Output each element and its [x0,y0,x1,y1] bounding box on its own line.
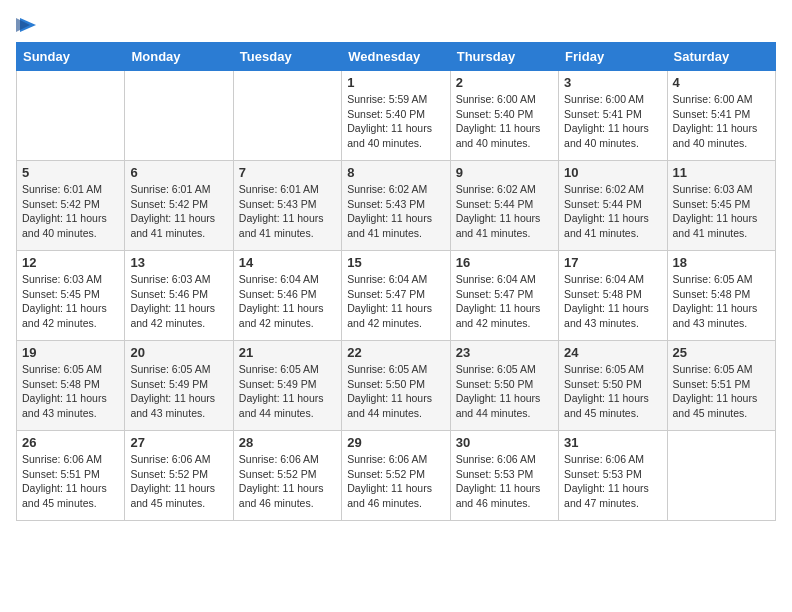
calendar-cell: 15Sunrise: 6:04 AMSunset: 5:47 PMDayligh… [342,251,450,341]
calendar-cell: 27Sunrise: 6:06 AMSunset: 5:52 PMDayligh… [125,431,233,521]
calendar-cell: 1Sunrise: 5:59 AMSunset: 5:40 PMDaylight… [342,71,450,161]
calendar-cell: 25Sunrise: 6:05 AMSunset: 5:51 PMDayligh… [667,341,775,431]
week-row-1: 1Sunrise: 5:59 AMSunset: 5:40 PMDaylight… [17,71,776,161]
calendar-cell [667,431,775,521]
day-number: 21 [239,345,336,360]
cell-info: Sunrise: 6:03 AMSunset: 5:45 PMDaylight:… [673,182,770,241]
cell-info: Sunrise: 6:02 AMSunset: 5:44 PMDaylight:… [564,182,661,241]
day-number: 27 [130,435,227,450]
day-number: 11 [673,165,770,180]
col-header-sunday: Sunday [17,43,125,71]
cell-info: Sunrise: 6:06 AMSunset: 5:52 PMDaylight:… [239,452,336,511]
week-row-5: 26Sunrise: 6:06 AMSunset: 5:51 PMDayligh… [17,431,776,521]
day-number: 8 [347,165,444,180]
calendar-cell: 31Sunrise: 6:06 AMSunset: 5:53 PMDayligh… [559,431,667,521]
week-row-4: 19Sunrise: 6:05 AMSunset: 5:48 PMDayligh… [17,341,776,431]
cell-info: Sunrise: 6:05 AMSunset: 5:48 PMDaylight:… [22,362,119,421]
day-number: 25 [673,345,770,360]
day-number: 17 [564,255,661,270]
calendar-cell: 29Sunrise: 6:06 AMSunset: 5:52 PMDayligh… [342,431,450,521]
day-number: 2 [456,75,553,90]
cell-info: Sunrise: 6:02 AMSunset: 5:43 PMDaylight:… [347,182,444,241]
day-number: 9 [456,165,553,180]
logo-icon [16,16,38,34]
day-number: 4 [673,75,770,90]
calendar-cell: 30Sunrise: 6:06 AMSunset: 5:53 PMDayligh… [450,431,558,521]
day-number: 7 [239,165,336,180]
calendar-cell [233,71,341,161]
calendar-cell: 5Sunrise: 6:01 AMSunset: 5:42 PMDaylight… [17,161,125,251]
calendar-cell: 3Sunrise: 6:00 AMSunset: 5:41 PMDaylight… [559,71,667,161]
calendar-cell [17,71,125,161]
page-header [16,16,776,34]
day-number: 26 [22,435,119,450]
calendar-cell: 22Sunrise: 6:05 AMSunset: 5:50 PMDayligh… [342,341,450,431]
col-header-friday: Friday [559,43,667,71]
calendar-cell: 6Sunrise: 6:01 AMSunset: 5:42 PMDaylight… [125,161,233,251]
col-header-monday: Monday [125,43,233,71]
cell-info: Sunrise: 6:05 AMSunset: 5:50 PMDaylight:… [564,362,661,421]
day-number: 29 [347,435,444,450]
day-number: 13 [130,255,227,270]
calendar-cell: 9Sunrise: 6:02 AMSunset: 5:44 PMDaylight… [450,161,558,251]
cell-info: Sunrise: 6:05 AMSunset: 5:48 PMDaylight:… [673,272,770,331]
day-number: 5 [22,165,119,180]
day-number: 20 [130,345,227,360]
cell-info: Sunrise: 6:05 AMSunset: 5:49 PMDaylight:… [239,362,336,421]
col-header-saturday: Saturday [667,43,775,71]
calendar-cell: 8Sunrise: 6:02 AMSunset: 5:43 PMDaylight… [342,161,450,251]
day-number: 10 [564,165,661,180]
header-row: SundayMondayTuesdayWednesdayThursdayFrid… [17,43,776,71]
day-number: 23 [456,345,553,360]
calendar-cell: 14Sunrise: 6:04 AMSunset: 5:46 PMDayligh… [233,251,341,341]
calendar-cell: 7Sunrise: 6:01 AMSunset: 5:43 PMDaylight… [233,161,341,251]
day-number: 18 [673,255,770,270]
logo [16,16,38,34]
cell-info: Sunrise: 6:05 AMSunset: 5:50 PMDaylight:… [347,362,444,421]
day-number: 1 [347,75,444,90]
col-header-tuesday: Tuesday [233,43,341,71]
cell-info: Sunrise: 6:06 AMSunset: 5:52 PMDaylight:… [130,452,227,511]
calendar-cell [125,71,233,161]
calendar-cell: 17Sunrise: 6:04 AMSunset: 5:48 PMDayligh… [559,251,667,341]
cell-info: Sunrise: 6:06 AMSunset: 5:53 PMDaylight:… [456,452,553,511]
day-number: 16 [456,255,553,270]
cell-info: Sunrise: 6:04 AMSunset: 5:47 PMDaylight:… [456,272,553,331]
cell-info: Sunrise: 6:03 AMSunset: 5:45 PMDaylight:… [22,272,119,331]
calendar-cell: 26Sunrise: 6:06 AMSunset: 5:51 PMDayligh… [17,431,125,521]
calendar-cell: 2Sunrise: 6:00 AMSunset: 5:40 PMDaylight… [450,71,558,161]
calendar-cell: 24Sunrise: 6:05 AMSunset: 5:50 PMDayligh… [559,341,667,431]
week-row-2: 5Sunrise: 6:01 AMSunset: 5:42 PMDaylight… [17,161,776,251]
day-number: 6 [130,165,227,180]
calendar-cell: 12Sunrise: 6:03 AMSunset: 5:45 PMDayligh… [17,251,125,341]
day-number: 14 [239,255,336,270]
calendar-cell: 23Sunrise: 6:05 AMSunset: 5:50 PMDayligh… [450,341,558,431]
calendar-table: SundayMondayTuesdayWednesdayThursdayFrid… [16,42,776,521]
calendar-cell: 10Sunrise: 6:02 AMSunset: 5:44 PMDayligh… [559,161,667,251]
cell-info: Sunrise: 6:00 AMSunset: 5:40 PMDaylight:… [456,92,553,151]
cell-info: Sunrise: 6:06 AMSunset: 5:51 PMDaylight:… [22,452,119,511]
calendar-cell: 19Sunrise: 6:05 AMSunset: 5:48 PMDayligh… [17,341,125,431]
day-number: 3 [564,75,661,90]
week-row-3: 12Sunrise: 6:03 AMSunset: 5:45 PMDayligh… [17,251,776,341]
day-number: 31 [564,435,661,450]
cell-info: Sunrise: 6:05 AMSunset: 5:49 PMDaylight:… [130,362,227,421]
day-number: 19 [22,345,119,360]
day-number: 28 [239,435,336,450]
cell-info: Sunrise: 6:04 AMSunset: 5:47 PMDaylight:… [347,272,444,331]
day-number: 24 [564,345,661,360]
day-number: 12 [22,255,119,270]
cell-info: Sunrise: 6:01 AMSunset: 5:43 PMDaylight:… [239,182,336,241]
cell-info: Sunrise: 5:59 AMSunset: 5:40 PMDaylight:… [347,92,444,151]
cell-info: Sunrise: 6:06 AMSunset: 5:52 PMDaylight:… [347,452,444,511]
cell-info: Sunrise: 6:01 AMSunset: 5:42 PMDaylight:… [130,182,227,241]
calendar-cell: 28Sunrise: 6:06 AMSunset: 5:52 PMDayligh… [233,431,341,521]
calendar-cell: 13Sunrise: 6:03 AMSunset: 5:46 PMDayligh… [125,251,233,341]
cell-info: Sunrise: 6:05 AMSunset: 5:50 PMDaylight:… [456,362,553,421]
day-number: 22 [347,345,444,360]
calendar-cell: 16Sunrise: 6:04 AMSunset: 5:47 PMDayligh… [450,251,558,341]
cell-info: Sunrise: 6:04 AMSunset: 5:46 PMDaylight:… [239,272,336,331]
cell-info: Sunrise: 6:04 AMSunset: 5:48 PMDaylight:… [564,272,661,331]
cell-info: Sunrise: 6:01 AMSunset: 5:42 PMDaylight:… [22,182,119,241]
cell-info: Sunrise: 6:00 AMSunset: 5:41 PMDaylight:… [673,92,770,151]
